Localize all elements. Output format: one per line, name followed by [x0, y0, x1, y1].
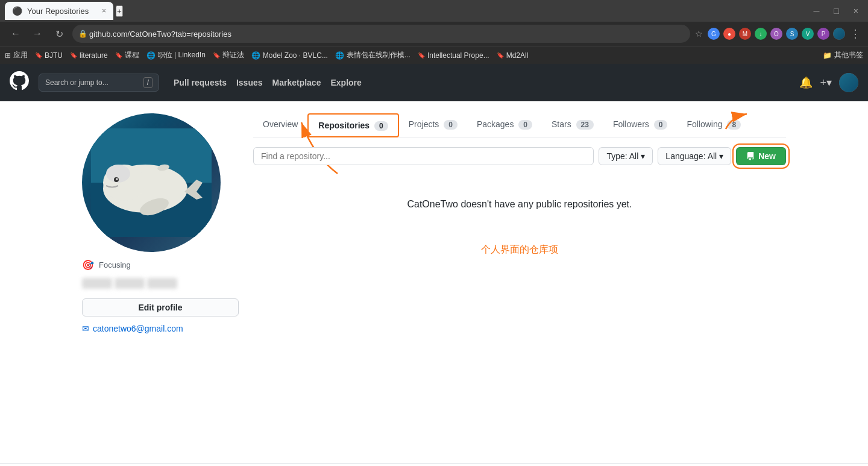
- search-placeholder: Search or jump to...: [45, 78, 108, 87]
- ext-icon-3[interactable]: M: [739, 28, 751, 40]
- profile-sidebar: 🎯 Focusing Edit profile ✉ catonetwo6@gma…: [82, 113, 239, 333]
- bookmark-linkedin[interactable]: 🌐 职位 | LinkedIn: [146, 50, 206, 60]
- new-repo-btn[interactable]: New: [736, 147, 786, 165]
- bookmark-md2all[interactable]: 🔖 Md2All: [497, 51, 529, 60]
- tab-packages[interactable]: Packages 0: [467, 113, 542, 137]
- bookmark-emoji[interactable]: 🌐 表情包在线制作模...: [335, 50, 410, 60]
- projects-count: 0: [444, 120, 458, 130]
- language-chevron-icon: ▾: [719, 151, 723, 161]
- search-box[interactable]: Search or jump to... /: [39, 74, 159, 92]
- browser-menu-btn[interactable]: ⋮: [850, 27, 861, 40]
- repo-main: Overview Repositories 0 Projects 0 Packa…: [253, 113, 786, 333]
- nav-explore[interactable]: Explore: [330, 78, 361, 87]
- new-btn-label: New: [758, 151, 776, 161]
- lock-icon: 🔒: [78, 30, 87, 38]
- bookmark-star-btn[interactable]: ☆: [695, 29, 703, 39]
- ext-icon-1[interactable]: G: [708, 28, 720, 40]
- bookmark-literature[interactable]: 🔖 literature: [70, 51, 108, 60]
- blurred-stats: [82, 278, 239, 289]
- repo-search-input[interactable]: [253, 147, 594, 165]
- tab-projects[interactable]: Projects 0: [399, 113, 467, 137]
- browser-tab-bar: ⚫ Your Repositories × + ─ □ ×: [0, 0, 868, 22]
- github-logo[interactable]: [10, 71, 29, 94]
- globe-icon-mz: 🌐: [251, 51, 260, 60]
- chinese-repos-link[interactable]: 个人界面的仓库项: [253, 244, 786, 256]
- globe-icon: 🌐: [146, 51, 156, 60]
- ext-icon-7[interactable]: V: [802, 28, 814, 40]
- page-footer: © 2020 GitHub, Inc. Terms Privacy Securi…: [0, 463, 868, 466]
- blur-block-3: [147, 278, 177, 289]
- extension-icons: G ● M ↓ O S V P: [708, 28, 845, 40]
- type-chevron-icon: ▾: [641, 151, 645, 161]
- repo-filters: Type: All ▾ Language: All ▾ New: [253, 147, 786, 165]
- notifications-btn[interactable]: 🔔: [799, 76, 813, 89]
- tab-close-btn[interactable]: ×: [102, 7, 106, 15]
- ext-icon-6[interactable]: S: [786, 28, 798, 40]
- apps-icon: ⊞: [5, 51, 11, 60]
- profile-tabs: Overview Repositories 0 Projects 0 Packa…: [253, 113, 786, 137]
- tab-overview[interactable]: Overview: [253, 113, 307, 137]
- profile-layout: 🎯 Focusing Edit profile ✉ catonetwo6@gma…: [72, 101, 796, 345]
- tab-stars[interactable]: Stars 23: [542, 113, 603, 137]
- following-count: 8: [727, 120, 741, 130]
- new-tab-button[interactable]: +: [116, 5, 123, 17]
- page-content: 🎯 Focusing Edit profile ✉ catonetwo6@gma…: [0, 101, 868, 463]
- profile-avatar: [82, 113, 221, 252]
- tab-followers[interactable]: Followers 0: [603, 113, 677, 137]
- repos-count: 0: [374, 121, 388, 131]
- bookmark-icon-lit: 🔖: [70, 52, 77, 58]
- bookmark-other[interactable]: 📁 其他书签: [823, 50, 863, 60]
- nav-right: 🔔 +▾: [799, 73, 858, 92]
- refresh-button[interactable]: ↻: [51, 25, 68, 42]
- forward-button[interactable]: →: [29, 25, 46, 42]
- profile-email: ✉ catonetwo6@gmail.com: [82, 324, 239, 333]
- window-close-btn[interactable]: ×: [849, 5, 863, 17]
- bookmark-course[interactable]: 🔖 课程: [115, 50, 139, 60]
- tab-following[interactable]: Following 8: [677, 113, 750, 137]
- address-bar-actions: ☆: [695, 29, 703, 39]
- nav-links: Pull requests Issues Marketplace Explore: [174, 78, 362, 87]
- tab-repositories[interactable]: Repositories 0: [307, 113, 398, 137]
- bookmark-bjtu[interactable]: 🔖 BJTU: [35, 51, 63, 60]
- bookmark-icon-course: 🔖: [115, 52, 122, 58]
- email-link[interactable]: catonetwo6@gmail.com: [93, 324, 183, 333]
- status-row: 🎯 Focusing: [82, 259, 239, 271]
- bookmark-icon-bjtu: 🔖: [35, 52, 42, 58]
- ext-icon-5[interactable]: O: [770, 28, 782, 40]
- empty-message: CatOneTwo doesn't have any public reposi…: [253, 199, 786, 210]
- empty-state: CatOneTwo doesn't have any public reposi…: [253, 175, 786, 234]
- blur-block-1: [82, 278, 112, 289]
- plus-menu-btn[interactable]: +▾: [820, 76, 832, 89]
- nav-avatar[interactable]: [839, 73, 858, 92]
- tab-title: Your Repositories: [27, 7, 89, 16]
- active-tab[interactable]: ⚫ Your Repositories ×: [5, 2, 113, 20]
- back-button[interactable]: ←: [7, 25, 24, 42]
- address-bar[interactable]: [72, 25, 690, 43]
- bookmark-modelzoo[interactable]: 🌐 Model Zoo · BVLC...: [251, 51, 328, 60]
- bookmark-folder-icon: 📁: [823, 51, 832, 60]
- nav-issues[interactable]: Issues: [236, 78, 263, 87]
- ext-icon-2[interactable]: ●: [723, 28, 735, 40]
- email-icon: ✉: [82, 324, 89, 333]
- followers-count: 0: [654, 120, 668, 130]
- status-text: Focusing: [99, 260, 131, 269]
- window-maximize-btn[interactable]: □: [829, 5, 843, 17]
- github-nav: Search or jump to... / Pull requests Iss…: [0, 64, 868, 101]
- ext-icon-avatar[interactable]: [833, 28, 845, 40]
- window-minimize-btn[interactable]: ─: [808, 5, 824, 17]
- type-filter-label: Type: All: [606, 151, 638, 161]
- bookmark-icon-bz: 🔖: [213, 52, 220, 58]
- ext-icon-4[interactable]: ↓: [755, 28, 767, 40]
- blur-block-2: [115, 278, 145, 289]
- globe-icon-emoji: 🌐: [335, 51, 344, 60]
- search-kbd: /: [143, 77, 153, 88]
- ext-icon-8[interactable]: P: [817, 28, 829, 40]
- bookmark-apps[interactable]: ⊞ 应用: [5, 50, 28, 60]
- language-filter-btn[interactable]: Language: All ▾: [658, 147, 731, 165]
- bookmark-bianzh[interactable]: 🔖 辩证法: [213, 50, 244, 60]
- nav-pull-requests[interactable]: Pull requests: [174, 78, 227, 87]
- nav-marketplace[interactable]: Marketplace: [272, 78, 321, 87]
- edit-profile-btn[interactable]: Edit profile: [82, 298, 239, 316]
- type-filter-btn[interactable]: Type: All ▾: [599, 147, 653, 165]
- bookmark-ip[interactable]: 🔖 Intellectual Prope...: [418, 51, 489, 60]
